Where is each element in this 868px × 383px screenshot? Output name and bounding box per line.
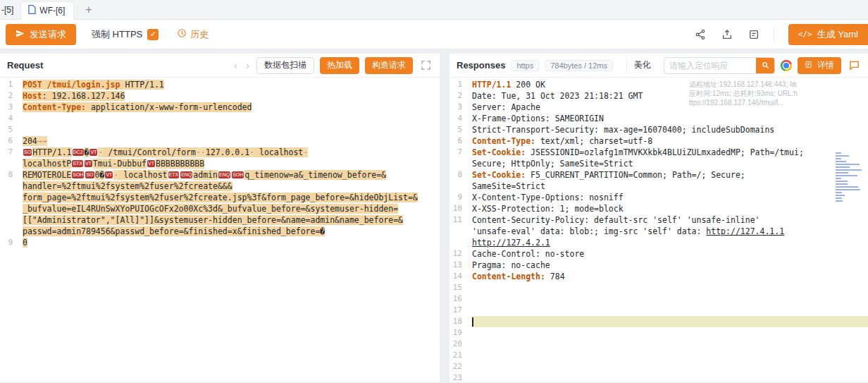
line-number: 5 [450,124,472,135]
code-line[interactable]: 18 [450,316,868,327]
fullscreen-icon[interactable] [418,59,433,73]
code-line[interactable]: 2Date: Tue, 31 Oct 2023 21:18:21 GMT [450,90,868,102]
line-number [0,192,23,203]
line-number: 8 [450,169,472,181]
line-number: 9 [0,237,23,248]
beautify-button[interactable]: 美化 [626,58,658,73]
construct-request-button[interactable]: 构造请求 [365,57,413,74]
code-line[interactable]: 6204→→ [0,135,440,147]
line-number [450,237,472,248]
line-number: 18 [450,316,472,327]
code-line[interactable]: 21 [450,350,868,361]
code-line[interactable]: 11Content-Security-Policy: default-src '… [450,214,868,226]
code-line[interactable]: 8REMOTEROLESOHSO0�VT· localhostETXENQadm… [0,169,440,181]
code-line[interactable]: 90 [0,237,440,248]
code-line[interactable]: 23 [450,372,868,382]
edit-icon[interactable] [747,28,761,42]
code-line[interactable]: 4X-Frame-Options: SAMEORIGIN [450,113,868,124]
code-line[interactable]: 17 [450,305,868,316]
packet-scan-button[interactable]: 数据包扫描 [256,57,314,74]
share-icon[interactable] [693,28,707,42]
tab-label: WF-[6] [39,6,65,16]
code-line[interactable]: 22 [450,361,868,372]
code-line[interactable]: 16 [450,293,868,305]
code-line[interactable]: 15 [450,282,868,293]
code-line[interactable]: 3Content-Type: application/x-www-form-ur… [0,102,440,113]
code-line[interactable]: 7SOHTTP/1.1DC2�VT· /tmui/Control/form··1… [0,147,440,158]
code-line[interactable]: form_page=%2ftmui%2fsystem%2fuser%2fcrea… [0,192,440,203]
feedback-chat-icon[interactable] [847,59,861,73]
code-line[interactable]: http://127.4.2.1 [450,237,868,248]
code-line[interactable]: 5Strict-Transport-Security: max-age=1607… [450,124,868,135]
code-line[interactable]: localhostPSTXVTTmui-DubbufVTBBBBBBBBBB [0,158,440,169]
code-line[interactable]: 9X-Content-Type-Options: nosniff [450,192,868,203]
line-number: 11 [450,214,472,226]
code-line[interactable]: 13Pragma: no-cache [450,260,868,271]
main-split: Request ‹ › 数据包扫描 热加载 构造请求 1POST /tmui/l… [0,54,868,382]
size-time-badge: 784bytes / 12ms [545,60,613,71]
force-https-toggle: 强制 HTTPS ✓ [92,28,159,41]
tab-wf[interactable]: WF-[6] [20,1,74,20]
history-button[interactable]: 历史 [177,28,209,41]
line-number: 13 [450,260,472,271]
minimap[interactable] [834,151,867,229]
line-number: 19 [450,327,472,339]
details-label: 详情 [817,59,834,71]
next-request-button[interactable]: › [244,60,251,71]
code-line[interactable]: [["Administrator","[All]"]]&systemuser-h… [0,214,440,226]
window-label: -[5] [1,5,13,15]
response-editor[interactable]: 远程地址:192.168.127.146:443; 响 应时间:12ms; 总耗… [450,78,868,382]
request-panel: Request ‹ › 数据包扫描 热加载 构造请求 1POST /tmui/l… [0,54,440,382]
code-line[interactable]: 20 [450,339,868,350]
code-line[interactable]: 12Cache-Control: no-store [450,248,868,260]
line-number [450,181,472,192]
code-line[interactable]: 7Set-Cookie: JSESSIONID=ozlafg1mTMVKXkbk… [450,147,868,158]
line-number: 20 [450,339,472,350]
line-number: 3 [0,102,23,113]
details-button[interactable]: 详情 [798,57,841,74]
code-line[interactable]: 6Content-Type: text/xml; charset=utf-8 [450,135,868,147]
line-number: 7 [450,147,472,158]
code-line[interactable]: 'unsafe-eval' data: blob:; img-src 'self… [450,226,868,237]
open-in-browser-icon[interactable] [781,60,792,71]
code-line[interactable]: passwd=admin789456&passwd_before=&finish… [0,226,440,237]
line-number [0,203,23,214]
line-number: 10 [450,203,472,214]
search-input[interactable] [664,61,756,71]
code-line[interactable]: 2Host: 192.168.127.146 [0,90,440,102]
line-number: 21 [450,350,472,361]
prev-request-button[interactable]: ‹ [232,60,239,71]
hot-reload-button[interactable]: 热加载 [320,57,359,74]
export-icon[interactable] [720,28,734,42]
send-request-button[interactable]: 发送请求 [6,24,76,45]
force-https-checkbox[interactable]: ✓ [147,29,159,40]
line-number [0,181,23,192]
add-tab-button[interactable]: + [81,4,96,16]
code-line[interactable]: 5 [0,124,440,135]
code-line[interactable]: _bufvalue=eIL4RUnSwXYoPUIOGcOFx2o00Xc%3d… [0,203,440,214]
line-number: 1 [0,79,23,90]
code-line[interactable]: 10X-XSS-Protection: 1; mode=block [450,203,868,214]
line-number: 12 [450,248,472,260]
generate-yaml-button[interactable]: </> 生成 Yaml [788,24,868,45]
code-line[interactable]: 3Server: Apache [450,102,868,113]
code-line[interactable]: 1HTTP/1.1 200 OK [450,79,868,90]
search-icon[interactable] [756,57,774,74]
details-icon [805,61,812,71]
line-number [0,158,23,169]
request-editor[interactable]: 1POST /tmui/login.jsp HTTP/1.12Host: 192… [0,78,440,382]
code-line[interactable]: 4 [0,113,440,124]
code-line[interactable]: handler=%2ftmui%2fsystem%2fuser%2fcreate… [0,181,440,192]
response-panel: Responses https 784bytes / 12ms 美化 详情 [450,54,868,382]
code-line[interactable]: SameSite=Strict [450,181,868,192]
tab-bar: -[5] WF-[6] + [0,0,868,20]
code-line[interactable]: 19 [450,327,868,339]
code-icon: </> [798,30,812,39]
line-number: 4 [0,113,23,124]
code-line[interactable]: Secure; HttpOnly; SameSite=Strict [450,158,868,169]
code-line[interactable]: 14Content-Length: 784 [450,271,868,282]
line-number: 23 [450,372,472,382]
document-icon [28,5,36,16]
code-line[interactable]: 1POST /tmui/login.jsp HTTP/1.1 [0,79,440,90]
code-line[interactable]: 8Set-Cookie: F5_CURRENT_PARTITION=Common… [450,169,868,181]
